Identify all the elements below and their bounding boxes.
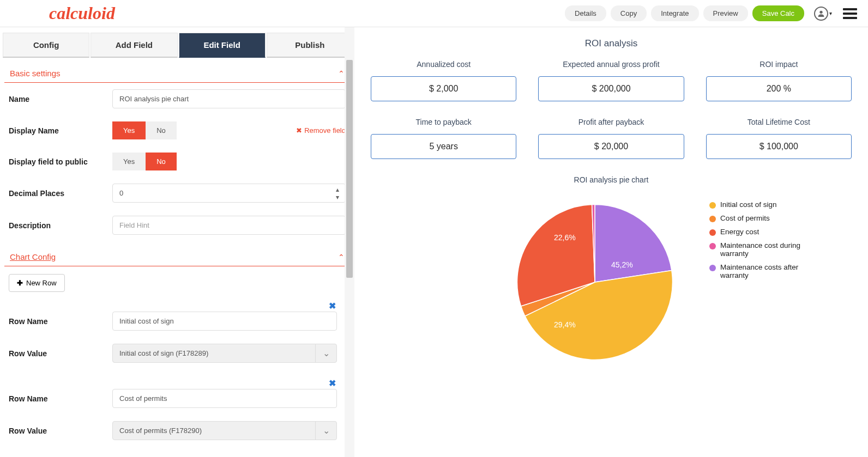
legend-label: Energy cost — [720, 228, 759, 236]
remove-row-icon[interactable]: ✖ — [329, 301, 336, 311]
row-value-label: Row Value — [9, 349, 112, 358]
legend-swatch — [709, 243, 716, 249]
chart-title: ROI analysis pie chart — [371, 175, 852, 184]
card-label: Time to payback — [371, 118, 516, 126]
cards-row-2: Time to payback 5 years Profit after pay… — [371, 118, 852, 159]
card-value: $ 100,000 — [706, 134, 852, 159]
card-value: $ 2,000 — [371, 76, 516, 101]
chevron-down-icon: ⌄ — [315, 421, 337, 440]
pie-slice-label: 22,6% — [554, 233, 576, 242]
row-name-label: Row Name — [9, 317, 112, 326]
chevron-up-icon: ⌃ — [338, 253, 345, 261]
editor-pane: Config Add Field Edit Field Publish Basi… — [0, 27, 354, 457]
legend-item: Energy cost — [709, 228, 807, 236]
legend-label: Maintenance costs after warranty — [720, 263, 807, 279]
decimal-places-select[interactable] — [112, 184, 346, 203]
main-menu-button[interactable] — [843, 8, 857, 19]
preview-button[interactable]: Preview — [703, 5, 748, 21]
integrate-button[interactable]: Integrate — [651, 5, 698, 21]
display-public-no[interactable]: No — [146, 153, 177, 170]
display-name-no[interactable]: No — [146, 121, 177, 139]
pie-slice-label: 29,4% — [554, 320, 576, 329]
brand-logo: calculoid — [49, 3, 115, 23]
legend-item: Maintenance costs after warranty — [709, 263, 807, 279]
card-value: $ 200,000 — [538, 76, 684, 101]
chart-legend: Initial cost of signCost of permitsEnerg… — [709, 200, 807, 364]
app-header: calculoid Details Copy Integrate Preview… — [0, 0, 868, 27]
chevron-up-icon: ⌃ — [338, 69, 345, 78]
display-public-label: Display field to public — [9, 157, 112, 166]
legend-swatch — [709, 229, 716, 236]
svg-point-0 — [819, 10, 822, 13]
preview-pane: ROI analysis Annualized cost $ 2,000 Exp… — [354, 27, 868, 457]
card-label: Total Lifetime Cost — [706, 118, 852, 126]
row-value-select[interactable] — [112, 421, 337, 440]
editor-tabs: Config Add Field Edit Field Publish — [3, 33, 354, 58]
card-label: Expected annual gross profit — [538, 60, 684, 69]
card-label: Annualized cost — [371, 60, 516, 69]
card-value: 200 % — [706, 76, 852, 101]
legend-label: Cost of permits — [720, 214, 770, 222]
legend-label: Initial cost of sign — [720, 200, 777, 209]
card-value: 5 years — [371, 134, 516, 159]
row-value-select[interactable] — [112, 344, 337, 363]
row-name-label: Row Name — [9, 394, 112, 403]
card-label: Profit after payback — [538, 118, 684, 126]
plus-icon: ✚ — [17, 279, 23, 287]
remove-field-link[interactable]: ✖ Remove field — [296, 126, 346, 135]
scrollbar-track[interactable] — [345, 27, 354, 457]
card-label: ROI impact — [706, 60, 852, 69]
chart-config-header[interactable]: Chart Config ⌃ — [4, 241, 350, 266]
pie-slice-label: 45,2% — [611, 260, 633, 269]
name-input[interactable] — [112, 89, 346, 108]
decimal-places-label: Decimal Places — [9, 189, 112, 198]
display-public-toggle: Yes No — [112, 153, 346, 170]
row-value-label: Row Value — [9, 426, 112, 435]
save-calc-button[interactable]: Save Calc — [752, 5, 804, 21]
remove-row-icon[interactable]: ✖ — [329, 378, 336, 388]
details-button[interactable]: Details — [565, 5, 606, 21]
pie-chart: 45,2% 29,4% 22,6% — [513, 200, 677, 364]
display-name-yes[interactable]: Yes — [112, 121, 146, 139]
preview-title: ROI analysis — [371, 38, 852, 49]
legend-label: Maintenance cost during warranty — [720, 241, 807, 258]
display-public-yes[interactable]: Yes — [112, 153, 146, 170]
cards-row-1: Annualized cost $ 2,000 Expected annual … — [371, 60, 852, 101]
legend-swatch — [709, 216, 716, 222]
tab-publish[interactable]: Publish — [267, 33, 353, 58]
user-menu[interactable]: ▾ — [814, 7, 832, 21]
card-value: $ 20,000 — [538, 134, 684, 159]
legend-item: Cost of permits — [709, 214, 807, 222]
display-name-label: Display Name — [9, 126, 112, 135]
legend-item: Initial cost of sign — [709, 200, 807, 209]
caret-down-icon: ▾ — [829, 10, 832, 16]
row-name-input[interactable] — [112, 312, 337, 331]
legend-item: Maintenance cost during warranty — [709, 241, 807, 258]
legend-swatch — [709, 265, 716, 271]
name-label: Name — [9, 95, 112, 103]
description-input[interactable] — [112, 216, 346, 235]
legend-swatch — [709, 202, 716, 209]
new-row-button[interactable]: ✚ New Row — [9, 274, 65, 292]
chevron-down-icon: ⌄ — [315, 344, 337, 363]
basic-settings-header[interactable]: Basic settings ⌃ — [4, 58, 350, 83]
tab-config[interactable]: Config — [3, 33, 89, 58]
basic-settings-title: Basic settings — [10, 69, 61, 78]
scrollbar-thumb[interactable] — [346, 60, 353, 278]
display-name-toggle: Yes No — [112, 121, 177, 139]
tab-edit-field[interactable]: Edit Field — [179, 33, 266, 58]
user-avatar-icon — [814, 7, 828, 21]
chart-config-title: Chart Config — [10, 252, 56, 261]
row-name-input[interactable] — [112, 389, 337, 408]
close-icon: ✖ — [296, 126, 302, 135]
description-label: Description — [9, 221, 112, 230]
copy-button[interactable]: Copy — [611, 5, 647, 21]
tab-add-field[interactable]: Add Field — [91, 33, 177, 58]
